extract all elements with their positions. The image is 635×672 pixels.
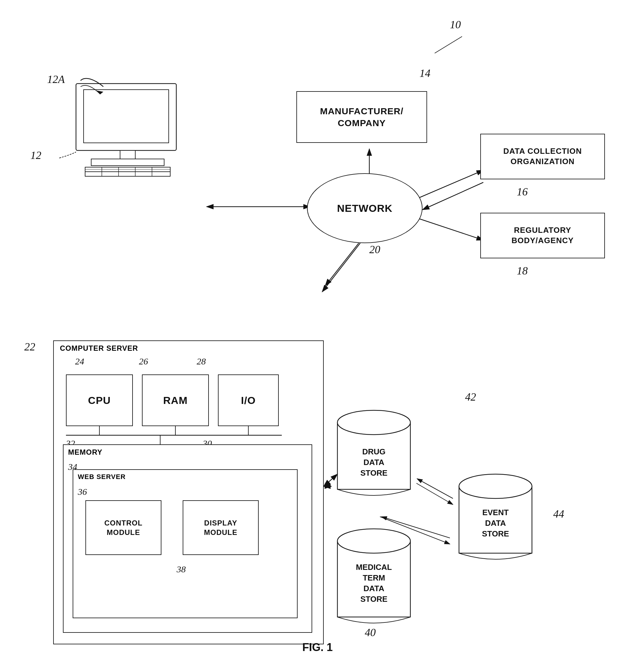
svg-text:DATA: DATA: [485, 518, 506, 528]
svg-line-6: [419, 219, 483, 240]
svg-point-49: [337, 529, 410, 553]
regulatory-label: REGULATORY BODY/AGENCY: [511, 225, 574, 246]
drug-data-store: DRUG DATA STORE: [331, 404, 416, 501]
event-cylinder-svg: EVENT DATA STORE: [453, 468, 538, 565]
web-server-box: WEB SERVER 36 CONTROL MODULE DISPLAY MOD…: [73, 469, 298, 618]
cpu-box: CPU: [66, 375, 133, 426]
ref-12a-label: 12A: [47, 73, 65, 86]
ref-14-label: 14: [419, 67, 431, 80]
manufacturer-box: MANUFACTURER/ COMPANY: [297, 91, 427, 143]
svg-line-58: [416, 483, 453, 505]
ref-38-label: 38: [177, 564, 186, 575]
data-collection-box: DATA COLLECTION ORGANIZATION: [480, 134, 605, 179]
svg-rect-28: [85, 172, 170, 176]
svg-text:MEDICAL: MEDICAL: [356, 563, 392, 572]
svg-text:STORE: STORE: [482, 529, 509, 538]
regulatory-box: REGULATORY BODY/AGENCY: [480, 213, 605, 259]
monitor-svg: [67, 81, 189, 178]
ref-44-label: 44: [553, 508, 564, 520]
svg-text:DATA: DATA: [364, 458, 385, 467]
svg-line-2: [435, 37, 462, 53]
medical-term-data-store: MEDICAL TERM DATA STORE: [331, 523, 416, 629]
svg-text:TERM: TERM: [363, 573, 385, 582]
control-module-label: CONTROL MODULE: [104, 518, 143, 537]
control-module-box: CONTROL MODULE: [85, 500, 161, 555]
svg-line-59: [417, 479, 453, 498]
drug-cylinder-svg: DRUG DATA STORE: [331, 404, 416, 501]
web-server-label: WEB SERVER: [78, 473, 126, 481]
svg-text:STORE: STORE: [360, 468, 387, 477]
diagram-container: 10 12A 12: [0, 0, 635, 672]
io-label: I/O: [241, 394, 256, 407]
svg-line-5: [422, 182, 483, 210]
svg-line-55: [322, 243, 360, 292]
io-box: I/O: [218, 375, 279, 426]
ref-12-label: 12: [30, 149, 41, 162]
network-ellipse: NETWORK: [307, 173, 422, 243]
ram-label: RAM: [163, 394, 188, 407]
svg-point-39: [337, 410, 410, 434]
ref-36-label: 36: [78, 487, 87, 497]
svg-line-4: [419, 170, 483, 198]
display-module-box: DISPLAY MODULE: [183, 500, 259, 555]
ref-20-label: 20: [369, 243, 380, 256]
ref-42-label: 42: [465, 390, 476, 403]
bus-svg: [54, 426, 324, 444]
svg-point-44: [459, 474, 532, 498]
figure-caption: FIG. 1: [302, 641, 332, 654]
svg-rect-19: [84, 90, 169, 143]
computer-server-label: COMPUTER SERVER: [60, 344, 138, 353]
network-label: NETWORK: [337, 202, 393, 215]
svg-line-8: [325, 243, 359, 286]
data-collection-label: DATA COLLECTION ORGANIZATION: [503, 146, 582, 167]
svg-text:STORE: STORE: [360, 595, 387, 604]
svg-rect-20: [120, 151, 135, 160]
computer-monitor: [67, 81, 189, 178]
ref-10-label: 10: [450, 18, 461, 31]
display-module-label: DISPLAY MODULE: [204, 518, 237, 537]
svg-rect-21: [91, 159, 164, 166]
ref-16-label: 16: [517, 185, 528, 198]
ref-26-label: 26: [139, 356, 148, 366]
svg-text:DRUG: DRUG: [362, 447, 386, 456]
svg-text:EVENT: EVENT: [482, 508, 509, 517]
medical-cylinder-svg: MEDICAL TERM DATA STORE: [331, 523, 416, 629]
manufacturer-label: MANUFACTURER/ COMPANY: [320, 105, 404, 129]
ref-18-label: 18: [517, 264, 528, 277]
ref-22-label: 22: [24, 340, 35, 353]
event-data-store: EVENT DATA STORE: [453, 468, 538, 565]
svg-text:DATA: DATA: [364, 584, 385, 593]
memory-box: MEMORY 34 WEB SERVER 36 CONTROL MODULE D…: [63, 444, 312, 633]
ref-28-label: 28: [197, 356, 206, 366]
ram-box: RAM: [142, 375, 209, 426]
memory-label: MEMORY: [68, 448, 103, 456]
ref-24-label: 24: [75, 356, 84, 366]
cpu-label: CPU: [88, 394, 111, 407]
computer-server-box: COMPUTER SERVER 24 26 28 CPU RAM I/O 32 …: [53, 340, 324, 644]
